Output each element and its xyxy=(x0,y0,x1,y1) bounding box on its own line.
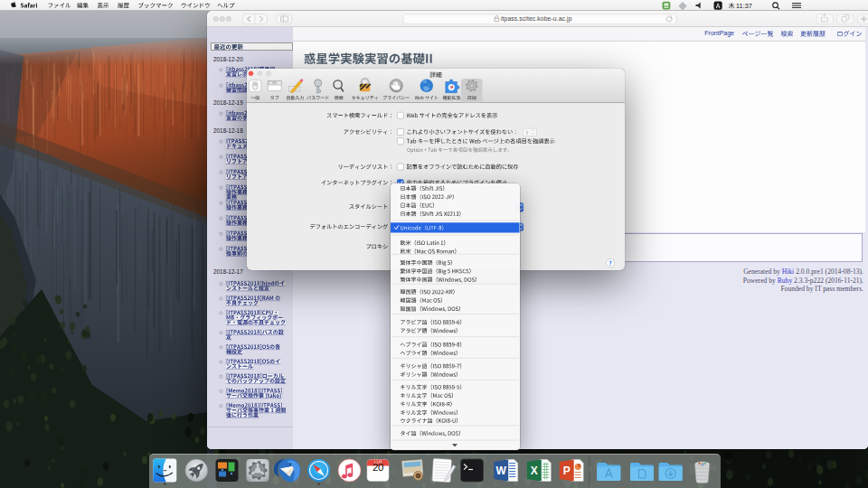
svg-text:X: X xyxy=(531,465,538,477)
svg-text:W: W xyxy=(496,465,507,477)
svg-text:P: P xyxy=(563,465,571,477)
